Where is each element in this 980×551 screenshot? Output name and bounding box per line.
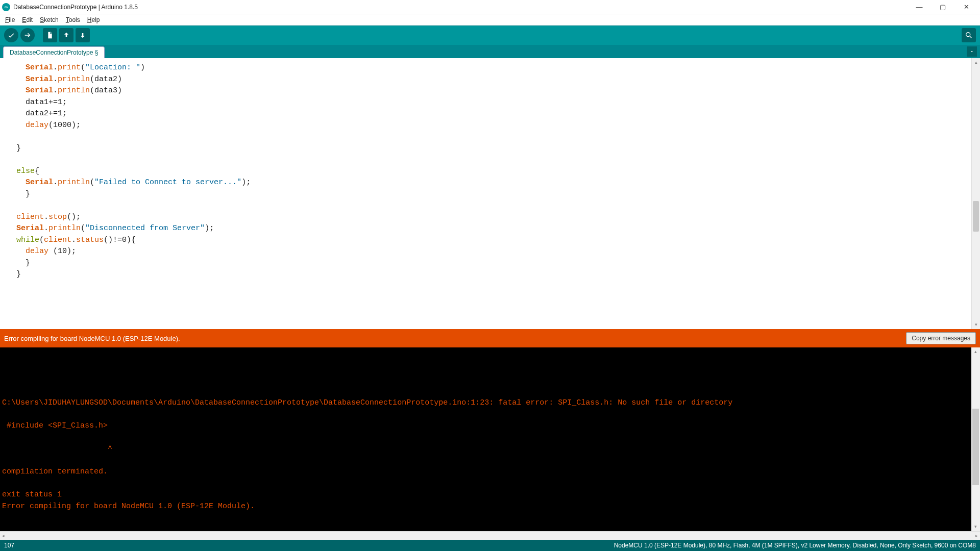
menu-sketch[interactable]: Sketch [37,15,62,24]
magnifier-icon [965,31,973,39]
maximize-button[interactable]: ▢ [931,0,954,14]
tab-menu-button[interactable] [967,46,977,57]
menubar: File Edit Sketch Tools Help [0,14,980,26]
console-output[interactable]: C:\Users\JIDUHAYLUNGSOD\Documents\Arduin… [0,347,980,531]
code-editor[interactable]: Serial.print("Location: ") Serial.printl… [0,58,980,329]
upload-button[interactable] [20,28,35,42]
window-title: DatabaseConnectionPrototype | Arduino 1.… [13,4,138,11]
status-message: Error compiling for board NodeMCU 1.0 (E… [4,335,180,342]
svg-point-0 [966,33,970,37]
footer-bar: 107 NodeMCU 1.0 (ESP-12E Module), 80 MHz… [0,540,980,551]
serial-monitor-button[interactable] [962,28,976,42]
chevron-down-icon [969,49,974,54]
tab-bar: DatabaseConnectionPrototype § [0,45,980,58]
footer-line-number: 107 [4,542,14,549]
arduino-icon: ∞ [2,3,10,11]
arrow-down-icon [79,31,87,39]
file-icon [46,31,54,39]
open-button[interactable] [59,28,74,42]
editor-scrollbar-vertical[interactable] [971,58,980,329]
editor-scrollbar-thumb[interactable] [973,201,979,232]
copy-error-button[interactable]: Copy error messages [906,332,976,344]
console-scrollbar-vertical[interactable] [971,347,980,531]
close-button[interactable]: ✕ [954,0,978,14]
window-titlebar: ∞ DatabaseConnectionPrototype | Arduino … [0,0,980,14]
footer-board-info: NodeMCU 1.0 (ESP-12E Module), 80 MHz, Fl… [614,542,976,549]
verify-button[interactable] [4,28,18,42]
check-icon [7,31,15,39]
new-button[interactable] [43,28,57,42]
arrow-right-icon [23,31,32,39]
console-scrollbar-thumb[interactable] [972,409,979,485]
tab-sketch[interactable]: DatabaseConnectionPrototype § [3,46,105,58]
menu-file[interactable]: File [2,15,18,24]
minimize-button[interactable]: — [908,0,931,14]
menu-tools[interactable]: Tools [63,15,83,24]
status-bar: Error compiling for board NodeMCU 1.0 (E… [0,329,980,347]
menu-help[interactable]: Help [84,15,103,24]
toolbar [0,26,980,45]
save-button[interactable] [76,28,90,42]
console-scrollbar-horizontal[interactable] [0,531,980,540]
arrow-up-icon [62,31,70,39]
menu-edit[interactable]: Edit [19,15,36,24]
